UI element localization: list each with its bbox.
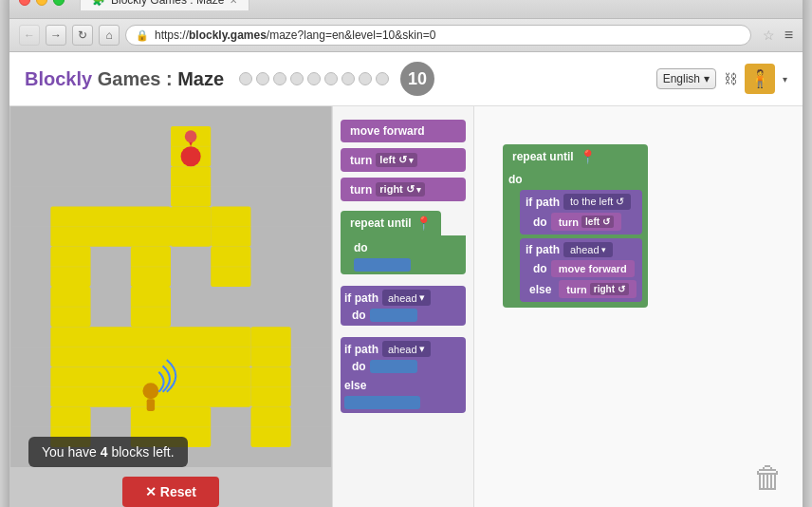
do-label-left: do — [533, 216, 547, 229]
if-path-left-block[interactable]: if path to the left ↺ do turn left ↺ — [520, 190, 642, 235]
do-label-ahead: do — [533, 262, 547, 275]
blocks-panel: move forward turn left ↺ turn right ↺ re… — [332, 106, 474, 507]
else-slot[interactable] — [344, 396, 420, 409]
to-left-dropdown[interactable]: to the left ↺ — [563, 194, 631, 210]
level-circle-5[interactable] — [307, 72, 321, 85]
if-path-header-1: if path ahead▾ — [344, 290, 462, 306]
trash-icon[interactable]: 🗑 — [753, 460, 784, 496]
tab-close-button[interactable]: ✕ — [230, 0, 237, 6]
tab-title: Blockly Games : Maze — [111, 0, 224, 7]
level-circle-2[interactable] — [256, 72, 269, 85]
refresh-button[interactable]: ↻ — [72, 25, 93, 46]
flag-marker: 📍 — [415, 216, 432, 231]
do-label-if-1: do — [352, 309, 366, 322]
reset-button[interactable]: ✕ Reset — [122, 477, 219, 507]
repeat-do-slot[interactable] — [354, 258, 411, 272]
turn-right-block[interactable]: turn right ↺ — [341, 178, 466, 201]
header-right: English ▾ ⛓ 🧍 ▾ — [656, 64, 787, 94]
level-circle-4[interactable] — [290, 72, 304, 85]
repeat-flag-icon: 📍 — [580, 149, 596, 164]
level-circle-9[interactable] — [376, 72, 389, 85]
nav-bar: ← → ↻ ⌂ 🔒 https://blockly.games/maze?lan… — [9, 19, 803, 52]
workspace-panel[interactable]: repeat until 📍 do if path to the left ↺ — [474, 106, 803, 507]
back-button[interactable]: ← — [19, 25, 40, 46]
left-dir-dropdown[interactable]: left ↺ — [581, 216, 614, 228]
repeat-until-block[interactable]: repeat until 📍 — [341, 211, 441, 235]
move-forward-block[interactable]: move forward — [341, 120, 466, 142]
maze-panel: You have 4 blocks left. ✕ Reset — [9, 106, 332, 507]
refresh-icon: ↻ — [78, 28, 87, 42]
if-path-label-1: if path — [344, 291, 378, 305]
lock-icon: 🔒 — [136, 29, 149, 42]
browser-tab[interactable]: 🧩 Blockly Games : Maze ✕ — [80, 0, 249, 10]
language-selector[interactable]: English ▾ — [656, 68, 716, 89]
menu-icon[interactable]: ≡ — [784, 27, 793, 44]
browser-window: 🧩 Blockly Games : Maze ✕ ← → ↻ ⌂ 🔒 https… — [9, 0, 803, 507]
repeat-until-header: repeat until 📍 — [503, 144, 648, 169]
if-path-block-1-group: if path ahead▾ do — [341, 286, 466, 326]
ahead-dir-dropdown[interactable]: ahead ▾ — [563, 242, 613, 257]
home-icon: ⌂ — [105, 28, 112, 42]
title-separator: Games : — [92, 68, 177, 89]
do-label-main: do — [508, 173, 642, 186]
level-circle-3[interactable] — [273, 72, 286, 85]
if-do-slot-2[interactable] — [370, 360, 417, 373]
move-forward-workspace[interactable]: move forward — [551, 260, 635, 277]
workspace-repeat-block[interactable]: repeat until 📍 do if path to the left ↺ — [503, 144, 648, 308]
title-bar: 🧩 Blockly Games : Maze ✕ — [9, 0, 803, 19]
if-ahead-do-row: do move forward — [533, 260, 637, 277]
turn-left-block[interactable]: turn left ↺ — [341, 148, 466, 172]
level-circle-7[interactable] — [341, 72, 355, 85]
forward-icon: → — [50, 28, 62, 42]
turn-right-label: turn — [350, 183, 372, 197]
level-badge[interactable]: 10 — [400, 62, 434, 96]
link-icon[interactable]: ⛓ — [724, 71, 737, 86]
forward-button[interactable]: → — [46, 25, 66, 46]
lang-dropdown-icon: ▾ — [704, 72, 710, 85]
title-blockly: Blockly — [25, 68, 92, 89]
turn-left-dropdown[interactable]: left ↺ — [376, 153, 417, 167]
avatar-button[interactable]: 🧍 — [745, 64, 775, 94]
if-do-slot-1[interactable] — [370, 309, 417, 322]
repeat-body: do if path to the left ↺ do — [503, 169, 648, 308]
if-path-header-2: if path ahead▾ — [344, 341, 462, 357]
close-button[interactable] — [19, 0, 30, 6]
if-path-block-2-group: if path ahead▾ do else — [341, 337, 466, 413]
blocks-left-count: 4 — [101, 444, 108, 460]
turn-left-workspace[interactable]: turn left ↺ — [551, 213, 621, 231]
app-header: Blockly Games : Maze 10 English ▾ ⛓ 🧍 ▾ — [9, 52, 803, 106]
blocks-left-text: You have — [42, 444, 101, 460]
if-path-label-2: if path — [344, 343, 378, 356]
repeat-label: repeat until — [350, 216, 412, 230]
level-circle-1[interactable] — [239, 72, 252, 85]
main-content: You have 4 blocks left. ✕ Reset move for… — [9, 106, 803, 507]
tab-icon: 🧩 — [92, 0, 105, 7]
if-path-ahead-label: if path — [526, 243, 560, 256]
do-label-if-2: do — [352, 360, 366, 373]
url-bar[interactable]: 🔒 https://blockly.games/maze?lang=en&lev… — [125, 25, 751, 46]
maze-svg — [9, 106, 332, 467]
title-maze: Maze — [177, 68, 224, 89]
turn-right-dropdown[interactable]: right ↺ — [376, 182, 425, 197]
home-button[interactable]: ⌂ — [99, 25, 120, 46]
right-dir-dropdown[interactable]: right ↺ — [590, 283, 629, 295]
ahead-dropdown-2[interactable]: ahead▾ — [382, 341, 431, 357]
blocks-left-banner: You have 4 blocks left. — [28, 437, 188, 467]
level-circle-8[interactable] — [359, 72, 372, 85]
turn-right-workspace[interactable]: turn right ↺ — [559, 280, 636, 298]
svg-point-26 — [181, 146, 201, 166]
if-do-row-1: do — [352, 309, 462, 322]
ahead-dropdown-1[interactable]: ahead▾ — [382, 290, 431, 306]
avatar-dropdown-icon[interactable]: ▾ — [783, 74, 787, 84]
minimize-button[interactable] — [36, 0, 47, 6]
if-do-row-2: do — [352, 360, 462, 373]
level-circle-6[interactable] — [324, 72, 338, 85]
maximize-button[interactable] — [53, 0, 65, 6]
if-ahead-header: if path ahead ▾ — [526, 242, 637, 257]
if-left-do-row: do turn left ↺ — [533, 213, 637, 231]
else-label-workspace: else — [529, 283, 551, 296]
svg-rect-30 — [147, 399, 155, 411]
turn-label: turn — [350, 154, 372, 167]
if-path-ahead-block[interactable]: if path ahead ▾ do move forward else — [520, 238, 642, 302]
bookmark-icon[interactable]: ☆ — [763, 28, 775, 43]
